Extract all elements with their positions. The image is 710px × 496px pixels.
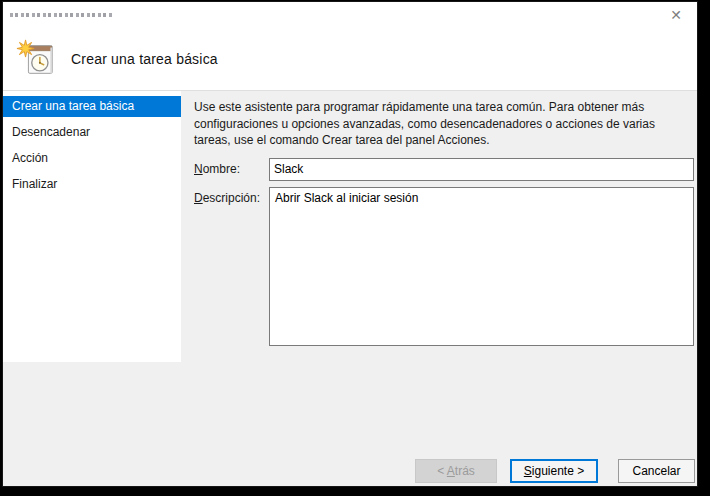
wizard-content-pane: Use este asistente para programar rápida… [181, 91, 698, 486]
back-button[interactable]: < Atrás [415, 459, 497, 483]
close-icon: ✕ [670, 7, 682, 23]
close-button[interactable]: ✕ [665, 5, 687, 25]
name-label: Nombre: [194, 158, 269, 181]
cancel-button[interactable]: Cancelar [618, 459, 695, 483]
wizard-button-row: < Atrás Siguiente > Cancelar [415, 459, 695, 483]
create-basic-task-wizard-window: ✕ Crear una tarea básica Crear una tarea… [2, 1, 698, 487]
window-title-text [10, 13, 112, 17]
wizard-steps-sidebar: Crear una tarea básica Desencadenar Acci… [3, 91, 181, 486]
wizard-header: Crear una tarea básica [3, 28, 697, 90]
new-sunburst-icon [17, 40, 34, 57]
name-input[interactable] [269, 158, 694, 181]
sidebar-item-finalizar[interactable]: Finalizar [3, 174, 181, 195]
titlebar: ✕ [3, 2, 697, 28]
page-title: Crear una tarea básica [71, 51, 218, 67]
sidebar-item-desencadenar[interactable]: Desencadenar [3, 122, 181, 143]
sidebar-item-accion[interactable]: Acción [3, 148, 181, 169]
description-textarea[interactable]: Abrir Slack al iniciar sesión [269, 187, 694, 346]
next-button[interactable]: Siguiente > [510, 459, 598, 483]
wizard-steps-list: Crear una tarea básica Desencadenar Acci… [3, 91, 181, 362]
description-label: Descripción: [194, 187, 269, 346]
wizard-intro-text: Use este asistente para programar rápida… [194, 99, 694, 149]
scheduled-task-icon [16, 38, 58, 80]
sidebar-item-crear-tarea-basica[interactable]: Crear una tarea básica [3, 96, 181, 117]
